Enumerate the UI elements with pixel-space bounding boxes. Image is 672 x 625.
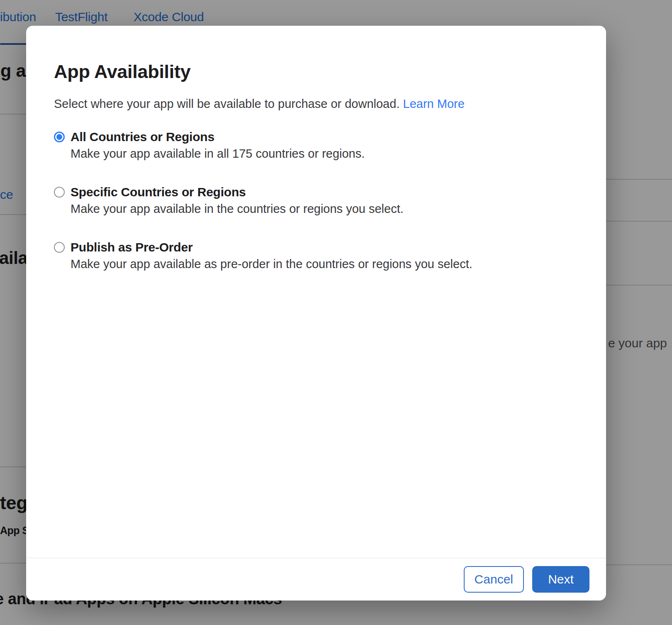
dialog-title: App Availability	[54, 61, 190, 83]
cancel-button[interactable]: Cancel	[464, 566, 524, 593]
option-text: Specific Countries or Regions Make your …	[71, 184, 404, 217]
radio-pre-order[interactable]	[54, 242, 65, 253]
option-description: Make your app available as pre-order in …	[71, 256, 472, 273]
option-text: All Countries or Regions Make your app a…	[71, 129, 365, 162]
radio-all-countries[interactable]	[54, 132, 65, 142]
option-specific-countries[interactable]: Specific Countries or Regions Make your …	[54, 184, 578, 217]
dialog-intro-text: Select where your app will be available …	[54, 97, 399, 110]
option-label: All Countries or Regions	[71, 129, 365, 145]
option-pre-order[interactable]: Publish as Pre-Order Make your app avail…	[54, 239, 578, 273]
radio-specific-countries[interactable]	[54, 187, 65, 198]
option-label: Publish as Pre-Order	[71, 239, 472, 256]
radio-dot	[56, 189, 62, 195]
option-text: Publish as Pre-Order Make your app avail…	[71, 239, 472, 273]
dialog-footer: Cancel Next	[26, 558, 606, 601]
learn-more-link[interactable]: Learn More	[403, 97, 465, 110]
next-button[interactable]: Next	[532, 566, 589, 593]
availability-options: All Countries or Regions Make your app a…	[54, 129, 578, 294]
app-availability-dialog: App Availability Select where your app w…	[26, 26, 606, 601]
radio-dot	[56, 244, 62, 250]
option-description: Make your app available in the countries…	[71, 200, 404, 217]
dialog-intro: Select where your app will be available …	[54, 95, 465, 112]
option-all-countries[interactable]: All Countries or Regions Make your app a…	[54, 129, 578, 162]
option-label: Specific Countries or Regions	[71, 184, 404, 200]
option-description: Make your app available in all 175 count…	[71, 145, 365, 162]
radio-dot	[56, 134, 62, 140]
